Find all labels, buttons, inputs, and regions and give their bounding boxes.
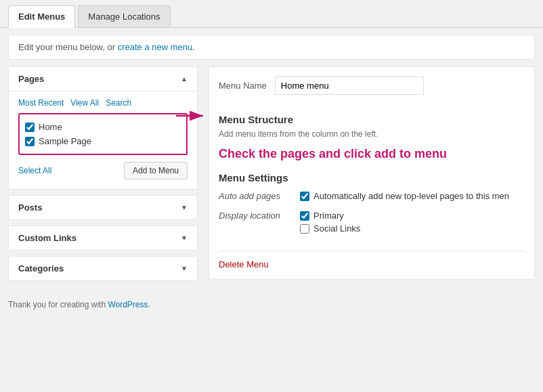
add-to-menu-button[interactable]: Add to Menu bbox=[124, 162, 188, 179]
categories-arrow-icon: ▼ bbox=[181, 265, 188, 272]
checkbox-sample-page[interactable] bbox=[25, 137, 35, 146]
categories-accordion-header[interactable]: Categories ▼ bbox=[9, 257, 197, 280]
pages-action-row: Select All Add to Menu bbox=[18, 162, 188, 179]
pages-tabs: Most Recent View All Search bbox=[18, 91, 188, 113]
custom-links-accordion: Custom Links ▼ bbox=[8, 225, 198, 251]
social-location-row: Social Links bbox=[300, 223, 519, 234]
pages-accordion: Pages ▲ Most Recent View All Search Home bbox=[8, 66, 198, 190]
footer-text: Thank you for creating with bbox=[8, 300, 108, 309]
menu-structure-desc: Add menu items from the column on the le… bbox=[219, 129, 525, 139]
wordpress-link[interactable]: WordPress bbox=[108, 300, 148, 309]
custom-links-accordion-header[interactable]: Custom Links ▼ bbox=[9, 226, 197, 250]
custom-links-arrow-icon: ▼ bbox=[181, 234, 188, 242]
footer-text-end: . bbox=[148, 300, 150, 309]
page-label-sample: Sample Page bbox=[39, 136, 91, 146]
menu-settings-section: Menu Settings Auto add pages Automatical… bbox=[219, 172, 525, 240]
select-all-link[interactable]: Select All bbox=[18, 166, 51, 175]
page-label-home: Home bbox=[39, 122, 62, 132]
posts-accordion: Posts ▼ bbox=[8, 195, 198, 220]
pages-arrow-icon: ▲ bbox=[181, 75, 188, 83]
primary-location-label: Primary bbox=[313, 211, 344, 221]
menu-settings-heading: Menu Settings bbox=[219, 172, 525, 183]
display-location-value: Primary Social Links bbox=[300, 207, 525, 240]
tab-edit-menus[interactable]: Edit Menus bbox=[8, 5, 75, 28]
tab-manage-locations[interactable]: Manage Locations bbox=[78, 5, 170, 27]
pages-tab-search[interactable]: Search bbox=[106, 98, 131, 108]
info-text-end: . bbox=[192, 42, 195, 52]
page-item-sample: Sample Page bbox=[25, 134, 181, 148]
pages-tab-most-recent[interactable]: Most Recent bbox=[18, 98, 64, 108]
delete-menu-link[interactable]: Delete Menu bbox=[219, 251, 525, 269]
menu-structure-heading: Menu Structure bbox=[219, 114, 525, 125]
menu-name-input[interactable] bbox=[275, 77, 424, 95]
main-content: Pages ▲ Most Recent View All Search Home bbox=[0, 66, 543, 286]
display-location-row: Display location Primary Social Links bbox=[219, 207, 525, 240]
auto-add-value: Automatically add new top-level pages to… bbox=[300, 188, 525, 207]
pages-tab-view-all[interactable]: View All bbox=[70, 98, 99, 108]
auto-add-checkbox-row: Automatically add new top-level pages to… bbox=[300, 191, 519, 201]
page-item-home: Home bbox=[25, 120, 181, 134]
create-new-menu-link[interactable]: create a new menu bbox=[118, 42, 193, 52]
social-location-label: Social Links bbox=[313, 223, 360, 234]
primary-location-row: Primary bbox=[300, 211, 519, 221]
social-location-checkbox[interactable] bbox=[300, 224, 309, 234]
posts-arrow-icon: ▼ bbox=[181, 204, 188, 211]
display-location-label: Display location bbox=[219, 207, 300, 240]
info-text: Edit your menu below, or bbox=[18, 42, 118, 52]
auto-add-text: Automatically add new top-level pages to… bbox=[313, 191, 509, 201]
custom-links-title: Custom Links bbox=[18, 233, 77, 243]
categories-title: Categories bbox=[18, 263, 64, 274]
info-bar: Edit your menu below, or create a new me… bbox=[8, 35, 535, 60]
tab-bar: Edit Menus Manage Locations bbox=[0, 0, 543, 28]
right-panel-inner: Menu Name Menu Structure Add menu items … bbox=[209, 66, 535, 280]
posts-title: Posts bbox=[18, 202, 42, 213]
menu-structure-section: Menu Structure Add menu items from the c… bbox=[219, 114, 525, 139]
footer: Thank you for creating with WordPress. bbox=[0, 292, 543, 318]
pages-accordion-content: Most Recent View All Search Home Sample … bbox=[9, 91, 197, 189]
pages-accordion-header[interactable]: Pages ▲ bbox=[9, 67, 197, 91]
pages-checkbox-list: Home Sample Page bbox=[18, 113, 188, 155]
posts-accordion-header[interactable]: Posts ▼ bbox=[9, 196, 197, 219]
auto-add-checkbox[interactable] bbox=[300, 192, 309, 201]
menu-name-label: Menu Name bbox=[219, 81, 267, 91]
primary-location-checkbox[interactable] bbox=[300, 211, 309, 221]
right-panel: Menu Name Menu Structure Add menu items … bbox=[209, 66, 535, 286]
pages-title: Pages bbox=[18, 74, 44, 84]
categories-accordion: Categories ▼ bbox=[8, 256, 198, 281]
left-panel: Pages ▲ Most Recent View All Search Home bbox=[8, 66, 198, 286]
settings-table: Auto add pages Automatically add new top… bbox=[219, 188, 525, 240]
auto-add-label: Auto add pages bbox=[219, 188, 300, 207]
annotation-text: Check the pages and click add to menu bbox=[219, 147, 525, 161]
menu-name-row: Menu Name bbox=[219, 77, 525, 103]
arrow-annotation-icon bbox=[176, 106, 209, 126]
checkbox-home[interactable] bbox=[25, 123, 35, 132]
auto-add-row: Auto add pages Automatically add new top… bbox=[219, 188, 525, 207]
